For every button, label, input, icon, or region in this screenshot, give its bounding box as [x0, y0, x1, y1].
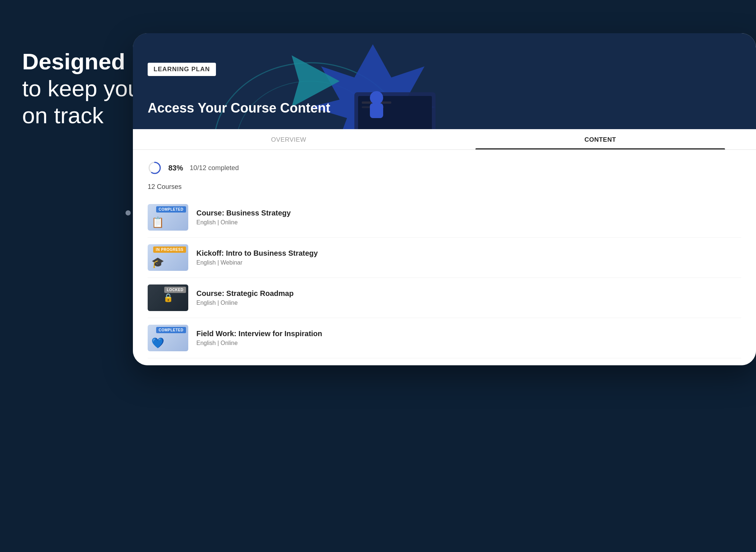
- course-meta: English | Online: [196, 219, 238, 225]
- course-title: Course: Business Strategy: [196, 209, 291, 217]
- progress-label: 10/12 completed: [190, 164, 239, 172]
- course-thumbnail: 🎓 IN PROGRESS: [148, 244, 188, 271]
- courses-count: 12 Courses: [148, 183, 741, 191]
- tab-overview[interactable]: OVERVIEW: [133, 136, 444, 149]
- course-thumbnail: 🔒 LOCKED: [148, 284, 188, 311]
- tab-content[interactable]: CONTENT: [444, 136, 756, 149]
- course-thumb-icon: 📋: [151, 216, 164, 228]
- tabs-bar: OVERVIEW CONTENT: [133, 129, 756, 150]
- course-info: Course: Strategic Roadmap English | Onli…: [196, 289, 293, 306]
- svg-rect-6: [358, 96, 432, 129]
- scroll-indicator: [126, 210, 131, 215]
- hero-title: Access Your Course Content: [148, 100, 330, 116]
- course-item[interactable]: 🎓 IN PROGRESS Kickoff: Intro to Business…: [148, 238, 741, 278]
- course-meta: English | Webinar: [196, 259, 243, 266]
- course-thumbnail: 📋 COMPLETED: [148, 204, 188, 231]
- course-title: Course: Strategic Roadmap: [196, 289, 293, 298]
- course-item[interactable]: 💙 COMPLETED Field Work: Interview for In…: [148, 318, 741, 358]
- svg-rect-14: [370, 103, 383, 118]
- device-frame: LEARNING PLAN Access Your Course Content…: [133, 33, 756, 365]
- progress-circle: [148, 161, 162, 175]
- course-thumb-icon: 💙: [151, 337, 164, 349]
- hero-banner: LEARNING PLAN Access Your Course Content: [133, 33, 756, 129]
- course-info: Course: Business Strategy English | Onli…: [196, 209, 291, 226]
- course-thumbnail: 💙 COMPLETED: [148, 325, 188, 351]
- course-info: Field Work: Interview for Inspiration En…: [196, 330, 322, 346]
- learning-plan-badge: LEARNING PLAN: [148, 63, 216, 76]
- progress-percent: 83%: [168, 164, 183, 172]
- course-title: Kickoff: Intro to Business Strategy: [196, 249, 318, 258]
- course-thumb-icon: 🎓: [151, 256, 164, 269]
- lock-icon: 🔒: [163, 293, 173, 303]
- tagline-strong: Designed: [22, 49, 125, 74]
- course-info: Kickoff: Intro to Business Strategy Engl…: [196, 249, 318, 266]
- course-meta: English | Online: [196, 300, 238, 306]
- tagline-rest: to keep youon track: [22, 76, 141, 128]
- status-badge: IN PROGRESS: [153, 246, 186, 253]
- course-list: 📋 COMPLETED Course: Business Strategy En…: [148, 197, 741, 358]
- status-badge: COMPLETED: [156, 206, 186, 213]
- status-badge: COMPLETED: [156, 327, 186, 333]
- course-title: Field Work: Interview for Inspiration: [196, 330, 322, 338]
- course-meta: English | Online: [196, 340, 238, 346]
- status-badge: LOCKED: [164, 287, 186, 293]
- course-item[interactable]: 🔒 LOCKED Course: Strategic Roadmap Engli…: [148, 278, 741, 318]
- course-item[interactable]: 📋 COMPLETED Course: Business Strategy En…: [148, 197, 741, 238]
- svg-point-13: [370, 91, 383, 104]
- content-area: 83% 10/12 completed 12 Courses 📋 COMPLET…: [133, 150, 756, 365]
- progress-row: 83% 10/12 completed: [148, 161, 741, 175]
- tagline: Designed to keep youon track: [22, 48, 141, 129]
